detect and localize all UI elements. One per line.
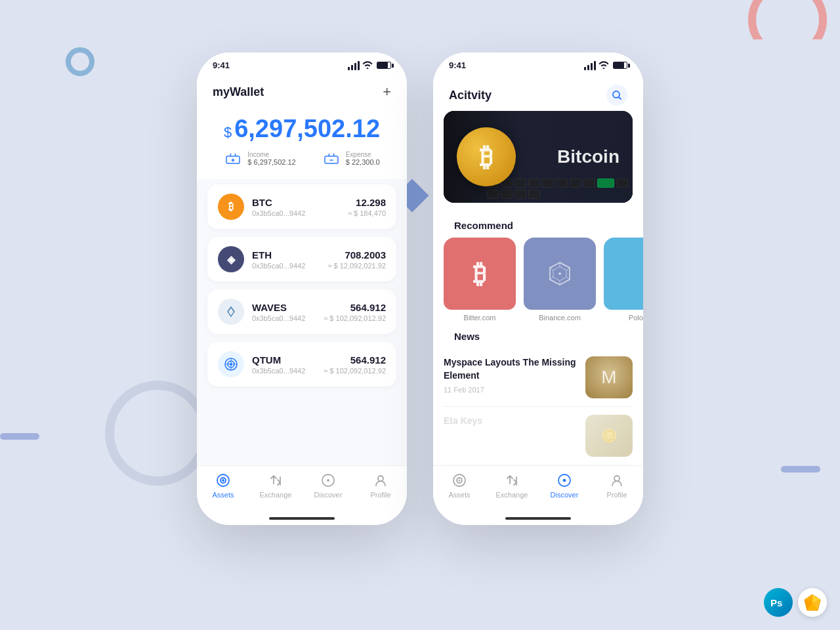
news-thumb-1: M: [585, 356, 633, 398]
btc-addr: 0x3b5ca0...9442: [252, 209, 340, 217]
expense-value: $ 22,300.0: [346, 158, 380, 166]
nav-exchange[interactable]: Exchange: [249, 472, 302, 499]
news-thumb-2: 🪙: [585, 415, 633, 457]
nav-assets-label-activity: Assets: [448, 491, 470, 499]
nav-profile-wallet[interactable]: Profile: [354, 472, 407, 499]
qtum-values: 564.912 ≈ $ 102,092,012.92: [324, 354, 386, 375]
eth-info: ETH 0x3b5ca0...9442: [252, 249, 320, 270]
nav-exchange-activity[interactable]: Exchange: [486, 472, 538, 499]
svg-point-12: [378, 476, 383, 481]
bottom-nav-activity: Assets Exchange: [433, 465, 643, 512]
nav-profile-label-activity: Profile: [606, 491, 627, 499]
status-icons-activity: [584, 61, 627, 70]
recommend-binance[interactable]: Binance.com: [524, 238, 596, 322]
btc-coin-large: ₿: [457, 127, 516, 186]
waves-addr: 0x3b5ca0...9442: [252, 314, 316, 322]
nav-assets[interactable]: Assets: [197, 472, 249, 499]
svg-point-28: [614, 476, 620, 481]
home-indicator-wallet: [197, 512, 407, 525]
balance-amount: $ 6,297,502.12: [197, 115, 407, 143]
news-title-2: Eta Keys: [444, 415, 578, 428]
qtum-addr: 0x3b5ca0...9442: [252, 367, 316, 375]
sketch-icon: [798, 588, 827, 617]
balance-section: $ 6,297,502.12 Income: [197, 104, 407, 179]
exchange-icon: [268, 472, 284, 488]
polo-card-img: [604, 238, 643, 310]
home-bar-activity: [505, 517, 571, 520]
btc-values: 12.298 ≈ $ 184,470: [348, 197, 386, 217]
balance-value: 6,297,502.12: [234, 115, 380, 143]
assets-icon-activity: [452, 472, 467, 488]
recommend-bitter[interactable]: ₿ Bitter.com: [444, 238, 516, 322]
eth-usd: ≈ $ 12,092,021.92: [327, 262, 386, 270]
discover-icon: [320, 472, 336, 488]
news-item-2[interactable]: Eta Keys 🪙: [444, 407, 633, 465]
bg-decoration-circle-pink: [748, 0, 827, 59]
phones-wrapper: 9:41 myWallet +: [197, 52, 643, 525]
phone-activity: 9:41 Acitvity: [433, 52, 643, 525]
nav-discover[interactable]: Discover: [302, 472, 354, 499]
bg-decoration-circle-gray: [105, 381, 210, 486]
svg-text:Ps: Ps: [770, 597, 782, 608]
tools-row: Ps: [764, 588, 827, 617]
battery-icon-activity: [613, 62, 627, 69]
wallet-header: myWallet +: [197, 74, 407, 104]
expense-item: Expense $ 22,300.0: [322, 151, 380, 166]
expense-label: Expense: [346, 151, 380, 158]
bg-decoration-circle-blue: [66, 47, 94, 76]
photoshop-icon: Ps: [764, 588, 793, 617]
wallet-title: myWallet: [213, 85, 264, 99]
eth-values: 708.2003 ≈ $ 12,092,021.92: [327, 249, 386, 270]
bottom-nav-wallet: Assets Exchange: [197, 465, 407, 512]
coin-list: ₿ BTC 0x3b5ca0...9442 12.298 ≈ $ 184,470…: [197, 179, 407, 465]
income-expense: Income $ 6,297,502.12: [197, 151, 407, 166]
news-item-1[interactable]: Myspace Layouts The Missing Element 11 F…: [444, 348, 633, 407]
search-button[interactable]: [606, 85, 627, 106]
coin-item-qtum[interactable]: QTUM 0x3b5ca0...9442 564.912 ≈ $ 102,092…: [207, 342, 396, 387]
qtum-amount: 564.912: [324, 354, 386, 366]
bitter-name: Bitter.com: [444, 314, 516, 322]
svg-point-16: [558, 272, 561, 275]
expense-icon: [322, 152, 341, 165]
nav-assets-activity[interactable]: Assets: [433, 472, 486, 499]
eth-logo: ◈: [218, 246, 244, 272]
nav-exchange-label: Exchange: [260, 491, 292, 499]
currency-symbol: $: [224, 124, 232, 141]
nav-exchange-label-activity: Exchange: [496, 491, 528, 499]
nav-discover-activity[interactable]: Discover: [538, 472, 591, 499]
btc-info: BTC 0x3b5ca0...9442: [252, 197, 340, 217]
coin-item-eth[interactable]: ◈ ETH 0x3b5ca0...9442 708.2003 ≈ $ 12,09…: [207, 237, 396, 282]
income-label: Income: [247, 151, 295, 158]
coin-item-waves[interactable]: WAVES 0x3b5ca0...9442 564.912 ≈ $ 102,09…: [207, 289, 396, 334]
status-icons-wallet: [348, 61, 391, 70]
signal-icon: [348, 61, 360, 70]
home-bar: [269, 517, 335, 520]
bitcoin-label: Bitcoin: [557, 146, 620, 167]
bg-decoration-bar-left: [0, 433, 39, 440]
exchange-icon-activity: [504, 472, 520, 488]
btc-logo: ₿: [218, 194, 244, 220]
nav-profile-activity[interactable]: Profile: [591, 472, 643, 499]
binance-card-img: [524, 238, 596, 310]
activity-title: Acitvity: [449, 89, 492, 102]
waves-logo: [218, 299, 244, 325]
news-title: News: [444, 331, 633, 348]
coin-item-btc[interactable]: ₿ BTC 0x3b5ca0...9442 12.298 ≈ $ 184,470: [207, 184, 396, 229]
bitcoin-banner[interactable]: ₿ Bitcoin: [444, 111, 633, 203]
wifi-icon: [362, 61, 373, 70]
news-text-1: Myspace Layouts The Missing Element 11 F…: [444, 356, 578, 394]
add-wallet-button[interactable]: +: [383, 85, 391, 99]
eth-name: ETH: [252, 249, 320, 261]
waves-amount: 564.912: [324, 302, 386, 313]
home-indicator-activity: [433, 517, 643, 525]
waves-usd: ≈ $ 102,092,012.92: [324, 314, 386, 322]
recommend-polo[interactable]: Polone: [604, 238, 643, 322]
qtum-name: QTUM: [252, 354, 316, 366]
eth-amount: 708.2003: [327, 249, 386, 261]
phone-wallet: 9:41 myWallet +: [197, 52, 407, 525]
recommend-list: ₿ Bitter.com: [433, 238, 643, 331]
recommend-section: Recommend: [433, 211, 643, 238]
activity-content: Acitvity: [433, 74, 643, 525]
svg-point-9: [222, 480, 224, 482]
news-text-2: Eta Keys: [444, 415, 578, 432]
